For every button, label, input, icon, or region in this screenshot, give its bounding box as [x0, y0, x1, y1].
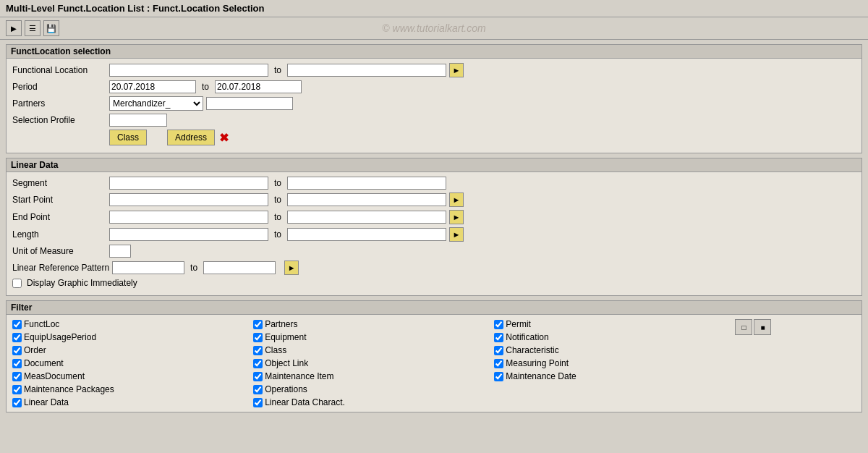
cb-equip-usage-check[interactable]	[12, 333, 22, 342]
cb-meas-doc-check[interactable]	[12, 372, 22, 381]
length-arrow-btn[interactable]: ►	[449, 227, 464, 242]
filter-col-2: Partners Equipment Class Object Link Mai…	[253, 319, 494, 407]
cb-operations-check[interactable]	[253, 385, 263, 394]
start-point-arrow-btn[interactable]: ►	[449, 192, 464, 207]
cb-maint-date: Maintenance Date	[494, 371, 735, 381]
start-point-from[interactable]	[109, 193, 268, 206]
filter-deselect-all-btn[interactable]: ■	[754, 319, 771, 335]
period-label: Period	[12, 82, 106, 92]
class-button[interactable]: Class	[109, 130, 147, 145]
partners-value[interactable]	[206, 97, 293, 110]
cb-permit-check[interactable]	[494, 320, 503, 329]
cb-characteristic-label: Characteristic	[506, 345, 558, 355]
title-bar: Multi-Level Funct.Location List : Funct.…	[0, 0, 868, 17]
cb-meas-doc-label: MeasDocument	[24, 371, 85, 381]
address-button[interactable]: Address	[167, 130, 215, 145]
functional-location-row: Functional Location to ►	[12, 63, 856, 77]
linear-ref-pattern-label: Linear Reference Pattern	[12, 263, 109, 273]
functional-location-arrow-btn[interactable]: ►	[449, 63, 464, 77]
cb-notification-check[interactable]	[494, 333, 503, 342]
to-label-2: to	[202, 82, 209, 92]
cb-order-check[interactable]	[12, 346, 22, 355]
period-from[interactable]	[109, 80, 196, 93]
display-graphic-row: Display Graphic Immediately	[12, 278, 856, 288]
to-label-len: to	[274, 229, 281, 240]
cb-maint-item-check[interactable]	[253, 372, 263, 381]
filter-content: FunctLoc EquipUsagePeriod Order Document…	[7, 315, 861, 412]
segment-row: Segment to	[12, 177, 856, 190]
cb-class-check[interactable]	[253, 346, 263, 355]
back-button[interactable]: ►	[6, 20, 22, 36]
cb-measuring-point-label: Measuring Point	[506, 358, 569, 368]
filter-select-all-btn[interactable]: □	[735, 319, 752, 335]
unit-of-measure-label: Unit of Measure	[12, 246, 106, 256]
functional-location-from[interactable]	[109, 64, 268, 77]
save-icon: 💾	[46, 24, 56, 33]
display-graphic-checkbox[interactable]	[12, 279, 22, 288]
cb-measuring-point-check[interactable]	[494, 359, 503, 368]
length-label: Length	[12, 229, 106, 240]
start-point-label: Start Point	[12, 195, 106, 205]
cb-functloc-label: FunctLoc	[24, 319, 59, 329]
period-to[interactable]	[215, 80, 302, 93]
cb-functloc: FunctLoc	[12, 319, 253, 329]
to-label-lrp: to	[190, 263, 197, 273]
end-point-to[interactable]	[287, 211, 446, 224]
cb-linear-data-label: Linear Data	[24, 397, 69, 407]
cb-maint-pkgs-check[interactable]	[12, 385, 22, 394]
delete-icon[interactable]: ✖	[219, 131, 229, 145]
cb-object-link-label: Object Link	[265, 358, 308, 368]
cb-partners: Partners	[253, 319, 494, 329]
grid-icon: ☰	[29, 24, 36, 33]
cb-equip-usage: EquipUsagePeriod	[12, 332, 253, 342]
length-to[interactable]	[287, 228, 446, 241]
end-point-from[interactable]	[109, 211, 268, 224]
cb-meas-doc: MeasDocument	[12, 371, 253, 381]
functional-location-label: Functional Location	[12, 65, 106, 75]
cb-linear-data-check[interactable]	[12, 398, 22, 407]
cb-maint-item-label: Maintenance Item	[265, 371, 333, 381]
filter-columns: FunctLoc EquipUsagePeriod Order Document…	[12, 319, 856, 407]
cb-permit-label: Permit	[506, 319, 531, 329]
linear-ref-pattern-to[interactable]	[203, 261, 276, 274]
grid-button[interactable]: ☰	[25, 20, 41, 36]
segment-to[interactable]	[287, 177, 446, 190]
cb-equipment-check[interactable]	[253, 333, 263, 342]
save-button[interactable]: 💾	[43, 20, 59, 36]
cb-maint-pkgs-label: Maintenance Packages	[24, 384, 114, 394]
cb-maint-date-check[interactable]	[494, 372, 503, 381]
cb-measuring-point: Measuring Point	[494, 358, 735, 368]
length-row: Length to ►	[12, 227, 856, 242]
unit-of-measure-row: Unit of Measure	[12, 245, 856, 258]
cb-document-check[interactable]	[12, 359, 22, 368]
selection-profile-row: Selection Profile	[12, 114, 856, 127]
cb-characteristic-check[interactable]	[494, 346, 503, 355]
funct-location-content: Functional Location to ► Period to Partn…	[7, 59, 861, 153]
select-all-icon: □	[741, 323, 746, 331]
partners-dropdown[interactable]: Merchandizer_	[109, 96, 203, 111]
segment-from[interactable]	[109, 177, 268, 190]
funct-location-section: FunctLocation selection Functional Locat…	[6, 44, 862, 153]
end-point-arrow-btn[interactable]: ►	[449, 210, 464, 224]
linear-ref-pattern-from[interactable]	[112, 261, 184, 274]
cb-object-link-check[interactable]	[253, 359, 263, 368]
partners-label: Partners	[12, 98, 106, 109]
cb-partners-check[interactable]	[253, 320, 263, 329]
to-label-ep: to	[274, 212, 281, 222]
linear-ref-pattern-arrow-btn[interactable]: ►	[284, 261, 299, 275]
linear-ref-pattern-row: Linear Reference Pattern to ►	[12, 261, 856, 275]
selection-profile-input[interactable]	[109, 114, 167, 127]
cb-linear-data-charact-check[interactable]	[253, 398, 263, 407]
start-point-to[interactable]	[287, 193, 446, 206]
cb-maint-date-label: Maintenance Date	[506, 371, 576, 381]
to-label-1: to	[274, 65, 281, 75]
linear-data-content: Segment to Start Point to ► End Point to…	[7, 172, 861, 295]
filter-col-3: Permit Notification Characteristic Measu…	[494, 319, 735, 407]
unit-of-measure-input[interactable]	[109, 245, 131, 258]
back-icon: ►	[9, 23, 19, 34]
functional-location-to[interactable]	[287, 64, 446, 77]
cb-functloc-check[interactable]	[12, 320, 22, 329]
length-from[interactable]	[109, 228, 268, 241]
cb-operations-label: Operations	[265, 384, 307, 394]
cb-partners-label: Partners	[265, 319, 297, 329]
